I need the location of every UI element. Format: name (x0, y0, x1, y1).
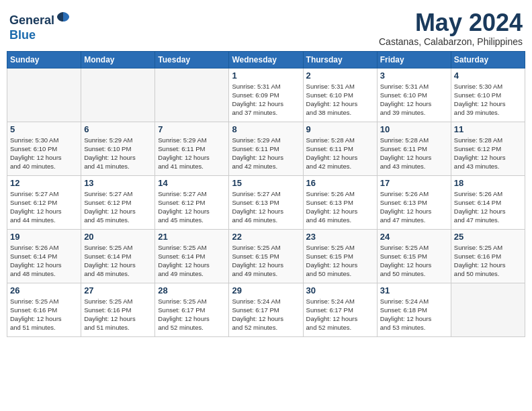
day-number: 21 (158, 232, 226, 242)
calendar-cell: 6Sunrise: 5:29 AM Sunset: 6:10 PM Daylig… (81, 122, 155, 175)
day-number: 31 (380, 285, 448, 295)
cell-info: Sunrise: 5:25 AM Sunset: 6:16 PM Dayligh… (10, 297, 78, 332)
day-header-sunday: Sunday (7, 51, 81, 68)
cell-info: Sunrise: 5:26 AM Sunset: 6:14 PM Dayligh… (10, 243, 78, 279)
day-number: 4 (454, 71, 522, 81)
calendar-cell: 18Sunrise: 5:26 AM Sunset: 6:14 PM Dayli… (451, 175, 525, 229)
day-number: 9 (306, 124, 374, 134)
cell-info: Sunrise: 5:24 AM Sunset: 6:18 PM Dayligh… (380, 297, 448, 332)
calendar-cell: 21Sunrise: 5:25 AM Sunset: 6:14 PM Dayli… (155, 229, 229, 283)
day-header-saturday: Saturday (451, 51, 525, 68)
day-number: 16 (306, 178, 374, 188)
cell-info: Sunrise: 5:25 AM Sunset: 6:15 PM Dayligh… (380, 243, 448, 279)
cell-info: Sunrise: 5:28 AM Sunset: 6:12 PM Dayligh… (454, 136, 522, 171)
page-header: General Blue May 2024 Castanas, Calabarz… (7, 7, 525, 47)
day-header-tuesday: Tuesday (155, 51, 229, 68)
calendar-table: SundayMondayTuesdayWednesdayThursdayFrid… (7, 51, 525, 337)
calendar-cell (81, 68, 155, 122)
day-number: 20 (84, 232, 152, 242)
calendar-cell: 5Sunrise: 5:30 AM Sunset: 6:10 PM Daylig… (7, 122, 81, 175)
day-number: 27 (84, 285, 152, 295)
title-area: May 2024 Castanas, Calabarzon, Philippin… (379, 9, 523, 47)
calendar-cell: 22Sunrise: 5:25 AM Sunset: 6:15 PM Dayli… (229, 229, 303, 283)
week-row-4: 19Sunrise: 5:26 AM Sunset: 6:14 PM Dayli… (7, 229, 525, 283)
cell-info: Sunrise: 5:25 AM Sunset: 6:14 PM Dayligh… (158, 243, 226, 279)
cell-info: Sunrise: 5:29 AM Sunset: 6:11 PM Dayligh… (232, 136, 300, 171)
cell-info: Sunrise: 5:29 AM Sunset: 6:10 PM Dayligh… (84, 136, 152, 171)
cell-info: Sunrise: 5:25 AM Sunset: 6:14 PM Dayligh… (84, 243, 152, 279)
cell-info: Sunrise: 5:24 AM Sunset: 6:17 PM Dayligh… (232, 297, 300, 332)
calendar-cell: 28Sunrise: 5:25 AM Sunset: 6:17 PM Dayli… (155, 283, 229, 336)
calendar-cell: 20Sunrise: 5:25 AM Sunset: 6:14 PM Dayli… (81, 229, 155, 283)
day-number: 22 (232, 232, 300, 242)
calendar-cell: 11Sunrise: 5:28 AM Sunset: 6:12 PM Dayli… (451, 122, 525, 175)
day-number: 29 (232, 285, 300, 295)
cell-info: Sunrise: 5:25 AM Sunset: 6:17 PM Dayligh… (158, 297, 226, 332)
day-number: 15 (232, 178, 300, 188)
day-header-friday: Friday (377, 51, 451, 68)
day-number: 13 (84, 178, 152, 188)
cell-info: Sunrise: 5:25 AM Sunset: 6:16 PM Dayligh… (454, 243, 522, 279)
day-number: 6 (84, 124, 152, 134)
calendar-cell: 8Sunrise: 5:29 AM Sunset: 6:11 PM Daylig… (229, 122, 303, 175)
calendar-cell: 29Sunrise: 5:24 AM Sunset: 6:17 PM Dayli… (229, 283, 303, 336)
day-number: 24 (380, 232, 448, 242)
cell-info: Sunrise: 5:31 AM Sunset: 6:10 PM Dayligh… (380, 82, 448, 118)
calendar-cell: 24Sunrise: 5:25 AM Sunset: 6:15 PM Dayli… (377, 229, 451, 283)
day-number: 23 (306, 232, 374, 242)
logo-blue-text: Blue (9, 28, 71, 43)
calendar-cell: 2Sunrise: 5:31 AM Sunset: 6:10 PM Daylig… (303, 68, 377, 122)
cell-info: Sunrise: 5:28 AM Sunset: 6:11 PM Dayligh… (306, 136, 374, 171)
calendar-cell (7, 68, 81, 122)
calendar-cell: 12Sunrise: 5:27 AM Sunset: 6:12 PM Dayli… (7, 175, 81, 229)
calendar-header-row: SundayMondayTuesdayWednesdayThursdayFrid… (7, 51, 525, 68)
day-header-monday: Monday (81, 51, 155, 68)
week-row-1: 1Sunrise: 5:31 AM Sunset: 6:09 PM Daylig… (7, 68, 525, 122)
cell-info: Sunrise: 5:25 AM Sunset: 6:15 PM Dayligh… (306, 243, 374, 279)
cell-info: Sunrise: 5:25 AM Sunset: 6:15 PM Dayligh… (232, 243, 300, 279)
calendar-cell: 3Sunrise: 5:31 AM Sunset: 6:10 PM Daylig… (377, 68, 451, 122)
logo-text: General (9, 9, 71, 28)
week-row-3: 12Sunrise: 5:27 AM Sunset: 6:12 PM Dayli… (7, 175, 525, 229)
day-number: 25 (454, 232, 522, 242)
day-number: 3 (380, 71, 448, 81)
calendar-cell: 10Sunrise: 5:28 AM Sunset: 6:11 PM Dayli… (377, 122, 451, 175)
cell-info: Sunrise: 5:31 AM Sunset: 6:10 PM Dayligh… (306, 82, 374, 118)
cell-info: Sunrise: 5:27 AM Sunset: 6:12 PM Dayligh… (10, 189, 78, 225)
cell-info: Sunrise: 5:31 AM Sunset: 6:09 PM Dayligh… (232, 82, 300, 118)
calendar-cell: 23Sunrise: 5:25 AM Sunset: 6:15 PM Dayli… (303, 229, 377, 283)
cell-info: Sunrise: 5:26 AM Sunset: 6:13 PM Dayligh… (306, 189, 374, 225)
day-number: 5 (10, 124, 78, 134)
logo: General Blue (9, 9, 71, 42)
calendar-cell: 13Sunrise: 5:27 AM Sunset: 6:12 PM Dayli… (81, 175, 155, 229)
cell-info: Sunrise: 5:27 AM Sunset: 6:12 PM Dayligh… (158, 189, 226, 225)
day-number: 28 (158, 285, 226, 295)
calendar-cell: 17Sunrise: 5:26 AM Sunset: 6:13 PM Dayli… (377, 175, 451, 229)
cell-info: Sunrise: 5:26 AM Sunset: 6:13 PM Dayligh… (380, 189, 448, 225)
calendar-cell: 31Sunrise: 5:24 AM Sunset: 6:18 PM Dayli… (377, 283, 451, 336)
calendar-cell: 27Sunrise: 5:25 AM Sunset: 6:16 PM Dayli… (81, 283, 155, 336)
cell-info: Sunrise: 5:29 AM Sunset: 6:11 PM Dayligh… (158, 136, 226, 171)
day-header-thursday: Thursday (303, 51, 377, 68)
cell-info: Sunrise: 5:27 AM Sunset: 6:13 PM Dayligh… (232, 189, 300, 225)
cell-info: Sunrise: 5:24 AM Sunset: 6:17 PM Dayligh… (306, 297, 374, 332)
calendar-cell: 15Sunrise: 5:27 AM Sunset: 6:13 PM Dayli… (229, 175, 303, 229)
logo-icon (56, 9, 71, 24)
calendar-cell: 1Sunrise: 5:31 AM Sunset: 6:09 PM Daylig… (229, 68, 303, 122)
cell-info: Sunrise: 5:26 AM Sunset: 6:14 PM Dayligh… (454, 189, 522, 225)
day-number: 7 (158, 124, 226, 134)
calendar-cell (155, 68, 229, 122)
month-year-title: May 2024 (379, 9, 523, 36)
calendar-cell (451, 283, 525, 336)
day-number: 19 (10, 232, 78, 242)
calendar-cell: 26Sunrise: 5:25 AM Sunset: 6:16 PM Dayli… (7, 283, 81, 336)
cell-info: Sunrise: 5:30 AM Sunset: 6:10 PM Dayligh… (10, 136, 78, 171)
week-row-5: 26Sunrise: 5:25 AM Sunset: 6:16 PM Dayli… (7, 283, 525, 336)
cell-info: Sunrise: 5:28 AM Sunset: 6:11 PM Dayligh… (380, 136, 448, 171)
calendar-cell: 30Sunrise: 5:24 AM Sunset: 6:17 PM Dayli… (303, 283, 377, 336)
day-number: 11 (454, 124, 522, 134)
day-number: 10 (380, 124, 448, 134)
day-number: 26 (10, 285, 78, 295)
day-header-wednesday: Wednesday (229, 51, 303, 68)
cell-info: Sunrise: 5:30 AM Sunset: 6:10 PM Dayligh… (454, 82, 522, 118)
